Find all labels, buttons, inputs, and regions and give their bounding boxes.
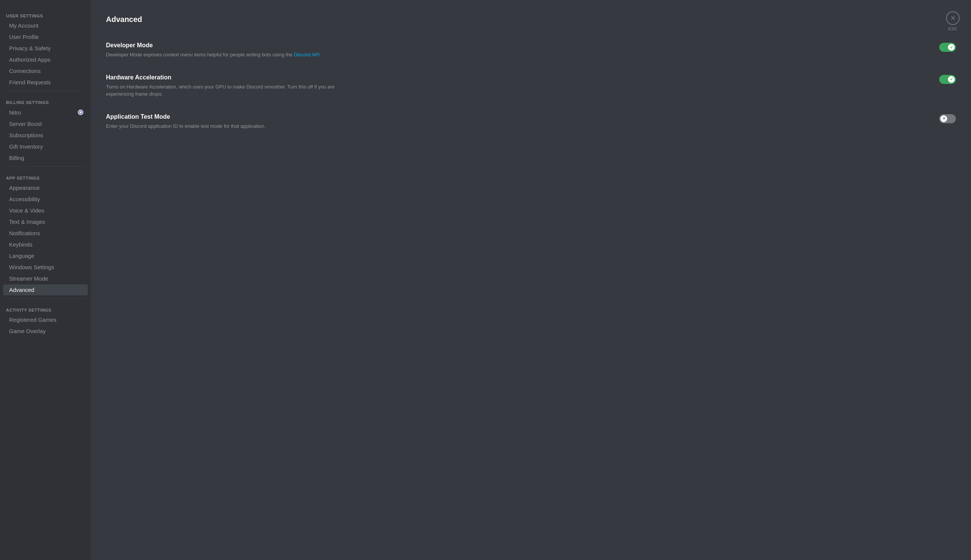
hardware-acceleration-desc: Turns on Hardware Acceleration, which us… — [106, 83, 352, 98]
esc-button[interactable]: ✕ ESC — [946, 11, 960, 31]
sidebar-item-user-profile[interactable]: User Profile — [3, 32, 88, 42]
sidebar-item-label-connections: Connections — [9, 68, 40, 74]
page-title: Advanced — [106, 15, 956, 24]
sidebar-item-label-nitro: Nitro — [9, 109, 21, 116]
sidebar-item-advanced[interactable]: Advanced — [3, 284, 88, 295]
application-test-mode-row: Application Test Mode Enter your Discord… — [106, 106, 956, 138]
sidebar-item-label-server-boost: Server Boost — [9, 121, 42, 127]
developer-mode-row: Developer Mode Developer Mode exposes co… — [106, 34, 956, 67]
sidebar-item-label-game-overlay: Game Overlay — [9, 328, 46, 334]
sidebar-section-label-app-settings: App Settings — [0, 170, 91, 182]
sidebar-item-accessibility[interactable]: Accessibility — [3, 193, 88, 205]
sidebar-item-windows-settings[interactable]: Windows Settings — [3, 262, 88, 273]
esc-circle-icon: ✕ — [946, 11, 960, 25]
sidebar-item-label-language: Language — [9, 253, 34, 259]
sidebar-section-label-activity-settings: Activity Settings — [0, 302, 91, 314]
sidebar-item-nitro[interactable]: Nitro — [3, 107, 88, 118]
application-test-mode-desc: Enter your Discord application ID to ena… — [106, 123, 352, 130]
developer-mode-desc: Developer Mode exposes context menu item… — [106, 51, 352, 58]
sidebar-item-gift-inventory[interactable]: Gift Inventory — [3, 141, 88, 152]
sidebar-item-subscriptions[interactable]: Subscriptions — [3, 130, 88, 141]
sidebar-item-authorized-apps[interactable]: Authorized Apps — [3, 54, 88, 65]
sidebar-item-label-windows-settings: Windows Settings — [9, 264, 54, 270]
sidebar-item-text-images[interactable]: Text & Images — [3, 216, 88, 227]
sidebar-item-label-privacy-safety: Privacy & Safety — [9, 45, 51, 52]
sidebar-item-label-gift-inventory: Gift Inventory — [9, 143, 43, 150]
hardware-acceleration-name: Hardware Acceleration — [106, 74, 932, 81]
sidebar: User SettingsMy AccountUser ProfilePriva… — [0, 0, 91, 560]
sidebar-item-label-text-images: Text & Images — [9, 218, 45, 225]
sidebar-item-label-friend-requests: Friend Requests — [9, 79, 51, 85]
sidebar-item-notifications[interactable]: Notifications — [3, 228, 88, 238]
application-test-mode-knob: ✕ — [940, 115, 947, 122]
hardware-acceleration-check-icon: ✓ — [950, 77, 953, 82]
developer-mode-info: Developer Mode Developer Mode exposes co… — [106, 42, 939, 58]
sidebar-item-label-registered-games: Registered Games — [9, 317, 57, 323]
svg-point-2 — [80, 112, 82, 113]
sidebar-item-label-authorized-apps: Authorized Apps — [9, 56, 50, 63]
sidebar-item-label-notifications: Notifications — [9, 230, 40, 236]
esc-label: ESC — [948, 27, 958, 31]
sidebar-item-label-voice-video: Voice & Video — [9, 207, 44, 213]
sidebar-section-label-user-settings: User Settings — [0, 8, 91, 20]
sidebar-divider-0 — [6, 91, 85, 91]
sidebar-item-registered-games[interactable]: Registered Games — [3, 314, 88, 325]
sidebar-item-language[interactable]: Language — [3, 250, 88, 261]
sidebar-section-label-billing-settings: Billing Settings — [0, 94, 91, 106]
sidebar-item-streamer-mode[interactable]: Streamer Mode — [3, 273, 88, 284]
application-test-mode-x-icon: ✕ — [942, 116, 946, 121]
sidebar-item-label-accessibility: Accessibility — [9, 196, 40, 202]
sidebar-divider-2 — [6, 298, 85, 299]
sidebar-item-friend-requests[interactable]: Friend Requests — [3, 77, 88, 88]
nitro-badge-icon — [77, 109, 84, 116]
sidebar-item-server-boost[interactable]: Server Boost — [3, 118, 88, 129]
sidebar-item-connections[interactable]: Connections — [3, 65, 88, 77]
hardware-acceleration-row: Hardware Acceleration Turns on Hardware … — [106, 67, 956, 106]
sidebar-item-voice-video[interactable]: Voice & Video — [3, 205, 88, 216]
developer-mode-name: Developer Mode — [106, 42, 932, 49]
application-test-mode-name: Application Test Mode — [106, 113, 932, 120]
sidebar-item-label-user-profile: User Profile — [9, 33, 38, 40]
sidebar-item-game-overlay[interactable]: Game Overlay — [3, 325, 88, 337]
discord-api-link[interactable]: Discord API — [294, 52, 319, 57]
sidebar-item-appearance[interactable]: Appearance — [3, 182, 88, 193]
sidebar-item-label-appearance: Appearance — [9, 185, 40, 191]
sidebar-divider-1 — [6, 167, 85, 167]
sidebar-item-label-streamer-mode: Streamer Mode — [9, 275, 48, 282]
hardware-acceleration-knob: ✓ — [948, 76, 955, 83]
sidebar-item-label-billing: Billing — [9, 155, 24, 161]
developer-mode-check-icon: ✓ — [950, 45, 953, 50]
sidebar-item-label-keybinds: Keybinds — [9, 241, 33, 248]
hardware-acceleration-toggle[interactable]: ✓ — [939, 75, 956, 84]
application-test-mode-toggle[interactable]: ✕ — [939, 114, 956, 123]
sidebar-item-billing[interactable]: Billing — [3, 152, 88, 163]
sidebar-item-keybinds[interactable]: Keybinds — [3, 239, 88, 250]
sidebar-item-privacy-safety[interactable]: Privacy & Safety — [3, 43, 88, 54]
sidebar-item-label-subscriptions: Subscriptions — [9, 132, 43, 138]
developer-mode-toggle[interactable]: ✓ — [939, 43, 956, 52]
sidebar-item-label-my-account: My Account — [9, 22, 38, 29]
application-test-mode-info: Application Test Mode Enter your Discord… — [106, 113, 939, 130]
main-content: Advanced Developer Mode Developer Mode e… — [91, 0, 971, 560]
sidebar-item-my-account[interactable]: My Account — [3, 20, 88, 31]
hardware-acceleration-info: Hardware Acceleration Turns on Hardware … — [106, 74, 939, 98]
sidebar-item-label-advanced: Advanced — [9, 287, 34, 293]
developer-mode-knob: ✓ — [948, 44, 955, 51]
